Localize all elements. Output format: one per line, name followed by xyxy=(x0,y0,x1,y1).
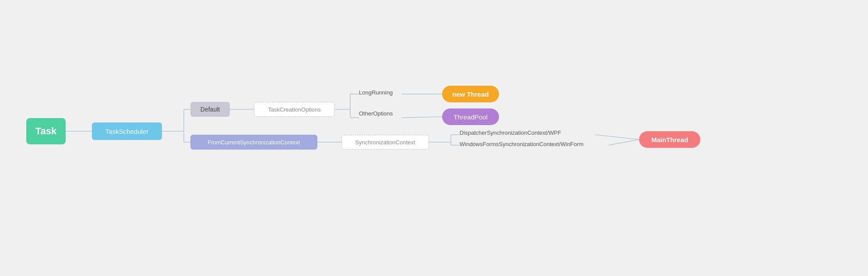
taskscheduler-label: TaskScheduler xyxy=(105,128,148,135)
synchronizationcontext-node: SynchronizationContext xyxy=(341,135,429,150)
newthread-label: new Thread xyxy=(452,91,488,98)
threadpool-node: ThreadPool xyxy=(442,108,499,125)
taskcreationoptions-label: TaskCreationOptions xyxy=(268,106,321,113)
synchronizationcontext-label: SynchronizationContext xyxy=(355,139,415,146)
default-node: Default xyxy=(190,102,230,117)
taskcreationoptions-node: TaskCreationOptions xyxy=(254,102,335,117)
svg-line-17 xyxy=(595,135,639,140)
windowsforms-node: WindowsFormsSynchronizationContext/WinFo… xyxy=(460,141,583,147)
newthread-node: new Thread xyxy=(442,86,499,102)
fromcurrent-label: FromCurrentSynchronizationContext xyxy=(208,139,300,146)
svg-line-18 xyxy=(608,140,639,145)
mainthread-label: MainThread xyxy=(651,136,688,143)
svg-line-11 xyxy=(402,117,442,118)
diagram-container: Task TaskScheduler Default FromCurrentSy… xyxy=(0,0,868,276)
windowsforms-label: WindowsFormsSynchronizationContext/WinFo… xyxy=(460,141,583,147)
default-label: Default xyxy=(200,106,220,113)
task-node: Task xyxy=(26,118,66,144)
dispatcher-label: DispatcherSynchronizationContext/WPF xyxy=(460,129,561,136)
longrunning-label: LongRunning xyxy=(359,89,393,96)
dispatcher-node: DispatcherSynchronizationContext/WPF xyxy=(460,129,561,136)
task-label: Task xyxy=(35,126,57,137)
otheroptions-node: OtherOptions xyxy=(359,110,393,117)
longrunning-node: LongRunning xyxy=(359,89,393,96)
taskscheduler-node: TaskScheduler xyxy=(92,122,162,140)
fromcurrent-node: FromCurrentSynchronizationContext xyxy=(190,135,317,150)
mainthread-node: MainThread xyxy=(639,131,700,148)
threadpool-label: ThreadPool xyxy=(453,113,488,121)
otheroptions-label: OtherOptions xyxy=(359,110,393,117)
